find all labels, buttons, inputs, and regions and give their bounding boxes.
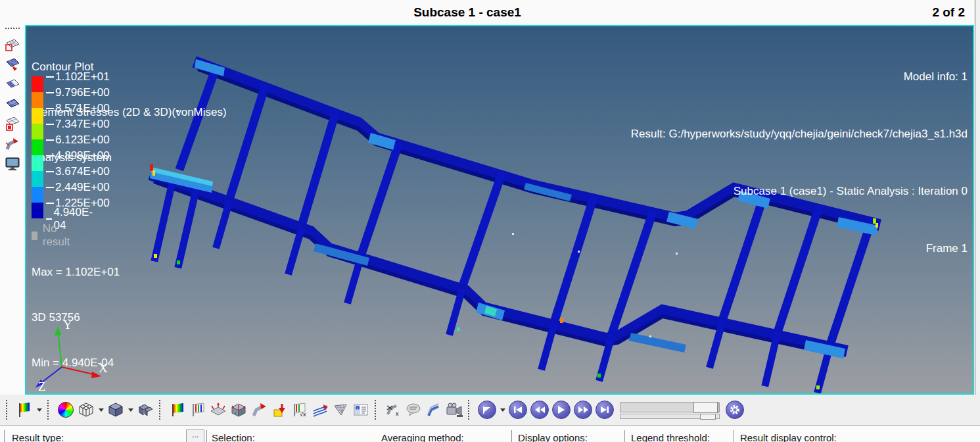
dropdown-arrow-icon[interactable] [500,408,505,412]
coordinate-triad: Y X Z [29,318,108,392]
result-display-control-label: Result display control: [740,432,837,442]
legend-value: 4.898E+00 [46,149,110,162]
legend-tick [46,124,54,125]
legend-value: 1.102E+01 [46,70,110,84]
legend-value: 2.449E+00 [46,181,110,194]
dropdown-arrow-icon[interactable] [99,408,104,412]
legend-color-chip [32,187,43,203]
slider-handle[interactable] [693,402,718,413]
legend-value: 6.123E+00 [46,134,110,147]
toolbar-drag-handle[interactable] [159,400,164,420]
selection-label: Selection: [212,432,255,442]
annotation-line: Result: G:/hyperworks/study/yqq/chejia/g… [631,124,968,143]
axis-y-label: Y [63,318,72,332]
first-frame-icon[interactable] [509,401,527,419]
notes-card-icon[interactable]: i [352,401,369,418]
mesh-panel-icon[interactable] [3,96,22,113]
vector-elbow-icon[interactable] [250,401,268,418]
next-frame-icon[interactable] [574,401,592,419]
legend-tick [46,139,54,141]
deformed-shape-icon[interactable] [210,401,227,418]
contour-flag-dropdown-icon[interactable] [16,401,33,418]
legend-tick [46,218,52,220]
iso-panel-icon[interactable] [3,76,22,93]
toolbar-drag-handle[interactable] [47,400,52,420]
tensor-panel-icon[interactable] [3,116,22,133]
legend-value: 8.571E+00 [46,102,110,115]
vector-panel-icon[interactable] [3,135,22,153]
build-plots-icon[interactable] [425,401,442,418]
panel-separator [624,430,625,442]
element-blocks-icon[interactable] [137,401,154,418]
results-toolbar-vertical [0,25,25,395]
window-right-border [975,0,975,442]
dropdown-arrow-icon[interactable] [37,408,42,412]
svg-text:√x: √x [300,411,306,418]
display-animation-toolbar: √x i x [0,395,980,425]
graphics-viewport[interactable]: Contour Plot Element Stresses (2D & 3D)(… [25,25,974,395]
toolbar-drag-handle[interactable] [5,28,20,32]
legend-colorbar [32,76,43,218]
panel-separator [206,430,207,442]
animation-frame-slider[interactable] [620,401,720,418]
legend-threshold-label: Legend threshold: [631,432,710,442]
tracking-dish-icon[interactable] [332,401,349,418]
measure-icon[interactable]: x [385,401,402,418]
page-title: Subcase 1 - case1 [0,5,935,20]
deformed-panel-icon[interactable] [3,57,22,74]
legend-tick [46,92,54,93]
axis-x-label: X [99,361,108,375]
result-type-label: Result type: [12,432,64,442]
panel-separator [4,430,5,442]
animation-settings-gear-icon[interactable] [726,401,744,419]
page-indicator: 2 of 2 [932,5,965,20]
legend-tick [46,108,54,109]
legend-color-chip [32,108,43,124]
legend-tick [46,203,54,204]
color-wheel-icon[interactable] [57,401,74,418]
legend-color-chip [32,155,43,171]
streamlines-icon[interactable] [312,401,329,418]
last-frame-icon[interactable] [595,401,614,419]
capture-video-icon[interactable] [446,401,463,418]
axis-z-label: Z [38,380,46,392]
averaging-method-label: Averaging method: [381,432,464,442]
legend-value: 3.674E+00 [46,165,110,178]
svg-text:i: i [357,406,358,411]
wireframe-cube-icon[interactable] [78,401,95,418]
legend-color-chip [32,92,43,108]
ellipsis-button[interactable]: ... [186,430,204,442]
stat-line: Max = 1.102E+01 [32,264,120,280]
screen-capture-icon[interactable] [3,155,22,172]
dropdown-arrow-icon[interactable] [128,408,133,412]
contour-panel-strip: Result type: ... Selection: Averaging me… [0,425,980,442]
note-bubble-icon[interactable] [405,401,422,418]
apply-load-icon[interactable] [271,401,288,418]
legend-color-chip [32,203,43,218]
contour-panel-icon[interactable] [3,37,22,54]
legend-tick [46,171,54,172]
legend-color-chip [32,124,43,139]
previous-frame-icon[interactable] [530,401,549,419]
contour-flag-icon[interactable] [169,401,186,418]
toolbar-drag-handle[interactable] [6,400,11,420]
annotation-line: Subcase 1 (case1) - Static Analysis : It… [631,182,968,201]
panel-separator [511,430,512,442]
iso-flag-icon[interactable] [189,401,206,418]
query-sqrt-icon[interactable]: √x [291,401,308,418]
legend-tick [46,155,54,157]
play-icon[interactable] [552,401,571,419]
slider-speed-handle[interactable] [700,414,716,420]
panel-separator [734,430,734,442]
toolbar-drag-handle[interactable] [468,400,473,420]
legend-value: 7.347E+00 [46,118,110,131]
toolbar-drag-handle[interactable] [375,400,379,420]
shaded-cube-icon[interactable] [107,401,124,418]
window-titlebar: Subcase 1 - case1 2 of 2 [0,0,974,25]
tensor-cube-icon[interactable] [230,401,247,418]
legend-value: 9.796E+00 [46,86,110,99]
legend-color-chip [32,139,43,155]
display-options-label: Display options: [518,432,588,442]
animation-mode-icon[interactable] [478,401,496,419]
legend-color-chip [32,76,43,92]
